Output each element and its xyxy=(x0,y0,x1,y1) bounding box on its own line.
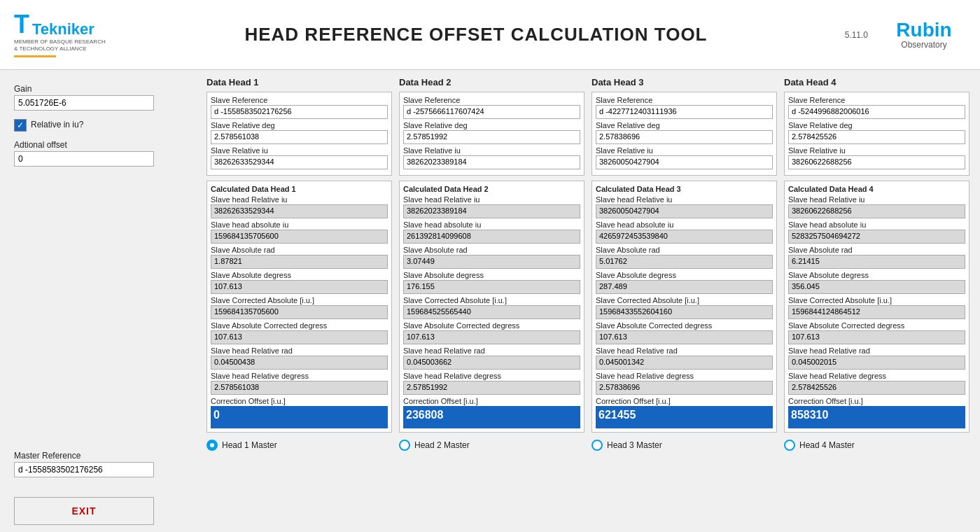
calc-row-value-1-0: 38262633529344 xyxy=(211,204,388,218)
header: T Tekniker MEMBER OF BASQUE RESEARCH & T… xyxy=(0,0,980,70)
calc-row-value-2-4: 159684525565440 xyxy=(403,305,580,319)
calc-row-value-3-5: 107.613 xyxy=(596,330,773,344)
calc-row-label-3-7: Slave head Relative degress xyxy=(596,372,773,380)
calc-row-label-4-5: Slave Absolute Corrected degress xyxy=(788,321,965,330)
calc-row-value-4-2: 6.21415 xyxy=(788,255,965,269)
calc-row-label-2-7: Slave head Relative degress xyxy=(403,372,580,380)
calc-row-value-2-6: 0.045003662 xyxy=(403,356,580,370)
slave-ref-label-1: Slave Reference xyxy=(211,96,388,104)
radio-circle-2[interactable] xyxy=(399,440,410,451)
calc-row-label-2-2: Slave Absolute rad xyxy=(403,246,580,254)
calc-row-value-3-3: 287.489 xyxy=(596,280,773,294)
calc-row-value-1-6: 0.04500438 xyxy=(211,356,388,370)
calc-row-value-4-3: 356.045 xyxy=(788,280,965,294)
calc-row-label-1-5: Slave Absolute Corrected degress xyxy=(211,321,388,330)
calc-row-label-4-7: Slave head Relative degress xyxy=(788,372,965,380)
calc-row-label-4-6: Slave head Relative rad xyxy=(788,346,965,355)
calc-row-label-2-3: Slave Absolute degress xyxy=(403,271,580,279)
calc-row-value-1-3: 107.613 xyxy=(211,280,388,294)
logo-t-icon: T xyxy=(14,12,29,37)
rubin-sub: Observatory xyxy=(901,40,946,50)
calc-row-value-3-4: 159684335526041​60 xyxy=(596,305,773,319)
slave-rel-iu-value-1: 38262633529344 xyxy=(211,155,388,169)
radio-circle-1[interactable] xyxy=(206,440,218,451)
calc-row-value-3-6: 0.045001342 xyxy=(596,356,773,370)
calc-row-value-4-7: 2.578425526 xyxy=(788,381,965,395)
slave-rel-iu-label-1: Slave Relative iu xyxy=(211,146,388,155)
data-section-1: Slave Reference d -1558583502176256 Slav… xyxy=(206,92,392,176)
radio-label-2: Head 2 Master xyxy=(414,440,470,450)
slave-rel-deg-value-3: 2.57838696 xyxy=(596,130,773,144)
radio-circle-3[interactable] xyxy=(592,440,603,451)
slave-rel-iu-label-3: Slave Relative iu xyxy=(596,146,773,155)
gain-label: Gain xyxy=(14,84,182,94)
logo-tekniker: T Tekniker xyxy=(14,12,94,37)
calc-row-label-3-6: Slave head Relative rad xyxy=(596,346,773,355)
calc-row-label-1-2: Slave Absolute rad xyxy=(211,246,388,254)
correction-label-1: Correction Offset [i.u.] xyxy=(211,397,388,405)
right-panel: Data Head 1 Slave Reference d -155858350… xyxy=(196,70,980,532)
left-panel: Gain ✓ Relative in iu? Adtional offset M… xyxy=(0,70,196,532)
head-column-4: Data Head 4 Slave Reference d -524499688… xyxy=(784,77,969,451)
head-title-4: Data Head 4 xyxy=(784,77,969,88)
main-content: Gain ✓ Relative in iu? Adtional offset M… xyxy=(0,70,980,532)
slave-rel-iu-value-4: 38260622688256 xyxy=(788,155,965,169)
calc-row-label-3-4: Slave Corrected Absolute [i.u.] xyxy=(596,296,773,304)
logo-sub: MEMBER OF BASQUE RESEARCH & TECHNOLOGY A… xyxy=(14,38,106,53)
calc-section-4: Calculated Data Head 4 Slave head Relati… xyxy=(784,181,969,433)
logo-tekniker-text: Tekniker xyxy=(32,22,94,37)
calc-row-label-3-3: Slave Absolute degress xyxy=(596,271,773,279)
slave-rel-deg-label-1: Slave Relative deg xyxy=(211,121,388,130)
gain-input[interactable] xyxy=(14,95,154,111)
calc-row-value-4-1: 5283257504694272 xyxy=(788,230,965,244)
correction-label-2: Correction Offset [i.u.] xyxy=(403,397,580,405)
calc-title-1: Calculated Data Head 1 xyxy=(211,185,388,193)
rubin-logo: Rubin Observatory xyxy=(882,20,966,50)
slave-rel-iu-value-2: 38262023389184 xyxy=(403,155,580,169)
correction-label-3: Correction Offset [i.u.] xyxy=(596,397,773,405)
slave-ref-value-4: d -5244996882006016 xyxy=(788,105,965,119)
logo-bar xyxy=(14,55,56,57)
rubin-title: Rubin xyxy=(896,20,951,40)
correction-value-1: 0 xyxy=(211,406,388,428)
slave-ref-label-3: Slave Reference xyxy=(596,96,773,104)
master-ref-label: Master Reference xyxy=(14,451,182,461)
exit-button[interactable]: EXIT xyxy=(14,497,154,525)
radio-row-4[interactable]: Head 4 Master xyxy=(784,440,969,451)
radio-row-1[interactable]: Head 1 Master xyxy=(206,440,392,451)
slave-ref-label-2: Slave Reference xyxy=(403,96,580,104)
calc-section-1: Calculated Data Head 1 Slave head Relati… xyxy=(206,181,392,433)
calc-row-value-2-7: 2.57851992 xyxy=(403,381,580,395)
slave-rel-iu-value-3: 38260050427904 xyxy=(596,155,773,169)
radio-circle-4[interactable] xyxy=(784,440,795,451)
slave-ref-value-1: d -1558583502176256 xyxy=(211,105,388,119)
slave-ref-value-3: d -4227712403111936 xyxy=(596,105,773,119)
data-section-4: Slave Reference d -5244996882006016 Slav… xyxy=(784,92,969,176)
radio-label-3: Head 3 Master xyxy=(607,440,662,450)
calc-row-value-2-5: 107.613 xyxy=(403,330,580,344)
calc-row-label-1-3: Slave Absolute degress xyxy=(211,271,388,279)
relative-iu-checkbox[interactable]: ✓ xyxy=(14,119,27,132)
calc-row-label-1-7: Slave head Relative degress xyxy=(211,372,388,380)
calc-row-label-2-6: Slave head Relative rad xyxy=(403,346,580,355)
calc-row-value-4-5: 107.613 xyxy=(788,330,965,344)
head-column-3: Data Head 3 Slave Reference d -422771240… xyxy=(592,77,777,451)
additional-offset-input[interactable] xyxy=(14,151,154,167)
additional-offset-label: Adtional offset xyxy=(14,140,182,150)
relative-iu-row: ✓ Relative in iu? xyxy=(14,119,182,132)
calc-row-value-3-2: 5.01762 xyxy=(596,255,773,269)
slave-rel-deg-label-2: Slave Relative deg xyxy=(403,121,580,130)
head-title-2: Data Head 2 xyxy=(399,77,584,88)
data-section-2: Slave Reference d -2575666117607424 Slav… xyxy=(399,92,584,176)
gain-section: Gain xyxy=(14,84,182,111)
calc-row-label-4-4: Slave Corrected Absolute [i.u.] xyxy=(788,296,965,304)
master-ref-input[interactable] xyxy=(14,462,154,477)
master-ref-section: Master Reference xyxy=(14,451,182,484)
additional-offset-section: Adtional offset xyxy=(14,140,182,167)
radio-row-3[interactable]: Head 3 Master xyxy=(592,440,777,451)
radio-row-2[interactable]: Head 2 Master xyxy=(399,440,584,451)
calc-row-label-4-1: Slave head absolute iu xyxy=(788,220,965,229)
correction-value-4: 858310 xyxy=(788,406,965,428)
calc-row-label-2-1: Slave head absolute iu xyxy=(403,220,580,229)
slave-rel-deg-value-4: 2.578425526 xyxy=(788,130,965,144)
